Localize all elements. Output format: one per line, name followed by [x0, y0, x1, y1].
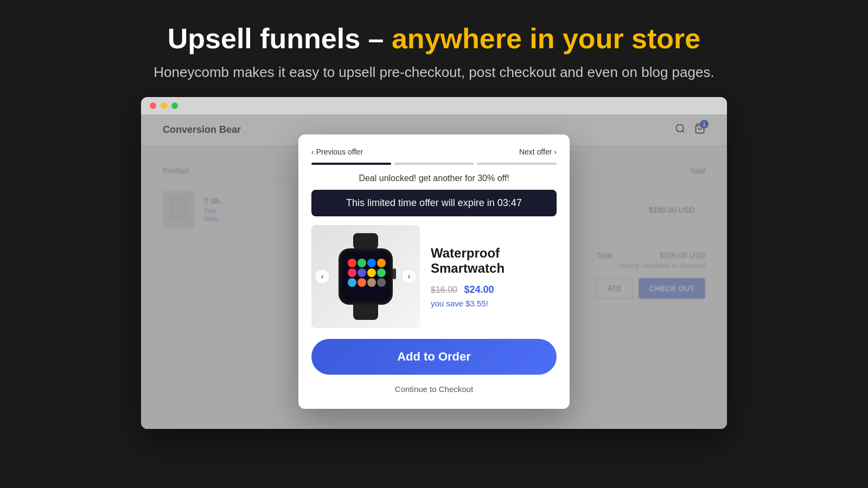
browser-dot-yellow [161, 102, 167, 109]
add-to-order-button[interactable]: Add to Order [311, 339, 557, 375]
svg-rect-21 [393, 268, 396, 279]
svg-point-14 [358, 268, 366, 277]
svg-point-11 [367, 259, 376, 267]
svg-point-16 [377, 268, 386, 277]
next-offer-label: Next offer [519, 147, 552, 156]
svg-point-10 [358, 259, 366, 267]
modal-deal-text: Deal unlocked! get another for 30% off! [311, 174, 557, 183]
hero-section: Upsell funnels – anywhere in your store … [0, 0, 868, 97]
browser-chrome [141, 97, 727, 114]
next-offer-button[interactable]: Next offer › [519, 147, 557, 156]
modal-product: ‹ › Waterproof Smartwatch $16.00 $24.00 … [311, 225, 557, 328]
prev-offer-button[interactable]: ‹ Previous offer [311, 147, 363, 156]
hero-title-highlight: anywhere in your store [392, 23, 700, 54]
modal-timer: This limited time offer will expire in 0… [311, 190, 557, 216]
modal-progress [311, 163, 557, 165]
svg-point-17 [348, 278, 356, 287]
browser-window: Conversion Bear 1 Product Total [141, 97, 727, 429]
prev-offer-label: Previous offer [316, 147, 363, 156]
svg-point-9 [348, 259, 356, 267]
product-pricing: $16.00 $24.00 [431, 284, 557, 296]
svg-point-12 [377, 259, 386, 267]
hero-title-part1: Upsell funnels – [168, 23, 392, 54]
product-image [325, 233, 406, 320]
browser-dot-green [171, 102, 178, 109]
modal-overlay: ‹ Previous offer Next offer › Deal unloc… [141, 114, 727, 429]
continue-to-checkout-button[interactable]: Continue to Checkout [311, 382, 557, 396]
hero-title: Upsell funnels – anywhere in your store [33, 22, 835, 55]
upsell-modal: ‹ Previous offer Next offer › Deal unloc… [298, 134, 570, 409]
progress-bar-2 [394, 163, 474, 165]
image-prev-button[interactable]: ‹ [315, 269, 330, 284]
image-prev-icon: ‹ [321, 273, 323, 280]
progress-bar-3 [477, 163, 557, 165]
image-next-button[interactable]: › [401, 269, 417, 284]
progress-bar-1 [311, 163, 391, 165]
browser-dot-red [150, 102, 156, 109]
store-content: Conversion Bear 1 Product Total [141, 114, 727, 429]
svg-point-20 [377, 278, 386, 287]
image-next-icon: › [408, 273, 410, 280]
price-discounted: $24.00 [464, 284, 494, 295]
prev-chevron-icon: ‹ [311, 147, 314, 156]
next-chevron-icon: › [554, 147, 557, 156]
svg-point-18 [358, 278, 366, 287]
product-details: Waterproof Smartwatch $16.00 $24.00 you … [431, 246, 557, 309]
hero-subtitle: Honeycomb makes it easy to upsell pre-ch… [33, 64, 835, 81]
price-original: $16.00 [431, 285, 457, 294]
svg-rect-4 [353, 233, 378, 249]
product-name: Waterproof Smartwatch [431, 246, 557, 277]
svg-point-15 [367, 268, 376, 277]
svg-point-13 [348, 268, 356, 277]
modal-nav: ‹ Previous offer Next offer › [311, 147, 557, 156]
price-savings: you save $3.55! [431, 299, 557, 308]
product-image-container: ‹ › [311, 225, 420, 328]
svg-point-19 [367, 278, 376, 287]
